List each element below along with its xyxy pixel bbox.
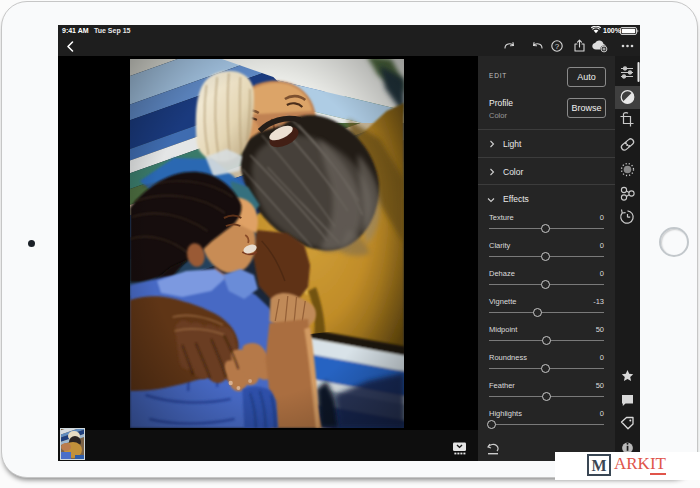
svg-text:?: ?: [555, 42, 560, 51]
